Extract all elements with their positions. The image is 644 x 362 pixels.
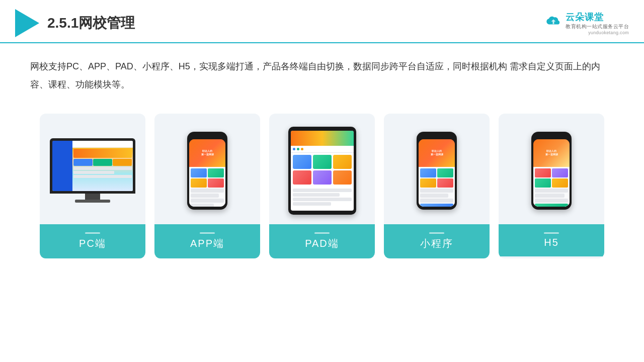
phone-h5-icon: 职达人的第一堂网课 [531, 132, 572, 210]
brand-name: 云朵课堂 [566, 11, 604, 23]
phone-app-icon: 职达人的第一堂网课 [187, 132, 227, 210]
card-app-image: 职达人的第一堂网课 [154, 114, 260, 224]
description-text: 网校支持PC、APP、PAD、小程序、H5，实现多端打通，产品各终端自由切换，数… [0, 43, 644, 99]
description-content: 网校支持PC、APP、PAD、小程序、H5，实现多端打通，产品各终端自由切换，数… [30, 61, 600, 89]
cards-section: PC端 职达人的第一堂网课 [0, 99, 644, 274]
brand-url: yunduoketang.com [588, 30, 629, 35]
pc-monitor-icon [50, 138, 135, 203]
card-app-label: APP端 [154, 224, 260, 258]
page-title: 2.5.1网校管理 [47, 14, 135, 33]
card-app: 职达人的第一堂网课 [154, 114, 260, 258]
tablet-pad-icon [288, 127, 356, 215]
brand-logo: 云朵课堂 教育机构一站式服务云平台 yunduoketang.com [544, 11, 629, 35]
card-miniprogram: 职达人的第一堂网课 [384, 114, 490, 258]
card-miniprogram-label: 小程序 [384, 224, 490, 258]
card-pad: PAD端 [269, 114, 375, 258]
card-h5: 职达人的第一堂网课 [499, 114, 604, 258]
card-pc: PC端 [40, 114, 145, 258]
card-pc-image [40, 114, 145, 224]
brand-text: 云朵课堂 教育机构一站式服务云平台 [566, 11, 629, 30]
cloud-icon [544, 12, 562, 30]
card-pad-image [269, 114, 375, 224]
page-header: 2.5.1网校管理 云朵课堂 教育机构一站式服务云平台 yunduoketang… [0, 0, 644, 43]
card-pad-label: PAD端 [269, 224, 375, 258]
card-pc-label: PC端 [40, 224, 145, 258]
logo-triangle-icon [15, 9, 39, 37]
phone-miniprogram-icon: 职达人的第一堂网课 [417, 132, 457, 210]
card-miniprogram-image: 职达人的第一堂网课 [384, 114, 490, 224]
card-h5-label: H5 [499, 224, 604, 256]
brand-tagline: 教育机构一站式服务云平台 [566, 23, 629, 30]
card-h5-image: 职达人的第一堂网课 [499, 114, 604, 224]
brand-top: 云朵课堂 教育机构一站式服务云平台 [544, 11, 629, 30]
header-left: 2.5.1网校管理 [15, 9, 135, 37]
